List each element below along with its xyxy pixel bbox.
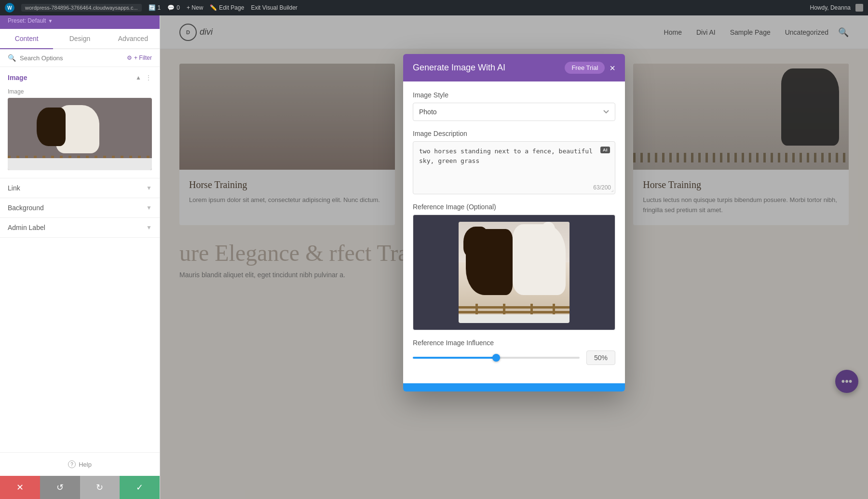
admin-bar: W wordpress-784896-3766464.cloudwaysapps… xyxy=(0,0,868,15)
influence-group: Reference Image Influence 50% xyxy=(413,339,615,365)
divi-sidebar: Image Settings ⊕ ⊞ ⋮ Preset: Default ▼ C… xyxy=(0,0,160,499)
close-builder-button[interactable]: ✕ xyxy=(0,476,40,499)
image-preview-inner xyxy=(8,98,152,170)
image-preview[interactable] xyxy=(8,98,152,170)
image-desc-label: Image Description xyxy=(413,130,615,137)
save-icon: ✓ xyxy=(136,482,143,493)
tab-design[interactable]: Design xyxy=(53,29,106,49)
preset-chevron-icon: ▼ xyxy=(48,18,53,24)
image-section-header[interactable]: Image ▲ ⋮ xyxy=(0,67,160,88)
admin-label-section: Admin Label ▼ xyxy=(0,218,160,238)
image-desc-textarea[interactable]: two horses standing next to a fence, bea… xyxy=(413,142,615,180)
admin-bar-right: Howdy, Deanna xyxy=(810,4,864,12)
resize-handle-icon: ⌟ xyxy=(611,186,614,193)
generate-image-modal: Generate Image With AI Free Trial × Imag… xyxy=(403,54,625,391)
edit-page-item[interactable]: ✏️ Edit Page xyxy=(210,4,244,11)
save-button[interactable]: ✓ xyxy=(120,476,160,499)
search-bar: 🔍 ⚙ + Filter xyxy=(0,49,160,67)
help-label: Help xyxy=(79,461,92,468)
image-style-select[interactable]: Photo Illustration Abstract 3D Render xyxy=(413,103,615,121)
generate-button[interactable]: Generate xyxy=(403,383,625,391)
modal-overlay: Generate Image With AI Free Trial × Imag… xyxy=(160,15,868,499)
background-section-title: Background xyxy=(8,204,44,212)
ai-badge: AI xyxy=(600,147,610,153)
site-area: D divi Home Divi AI Sample Page Uncatego… xyxy=(160,15,868,499)
howdy-label: Howdy, Deanna xyxy=(810,4,851,11)
sidebar-content: Image ▲ ⋮ Image xyxy=(0,67,160,452)
reference-image-box[interactable] xyxy=(413,215,615,330)
redo-button[interactable]: ↻ xyxy=(80,476,120,499)
image-section: Image ▲ ⋮ Image xyxy=(0,67,160,178)
image-section-chevron-icon: ▲ xyxy=(136,74,141,81)
comments-item[interactable]: 💬 0 xyxy=(167,4,180,11)
slider-track[interactable] xyxy=(413,357,580,359)
slider-value: 50% xyxy=(586,351,615,365)
undo-icon: ↺ xyxy=(56,482,64,493)
influence-label: Reference Image Influence xyxy=(413,339,615,347)
refresh-item[interactable]: 🔄 1 xyxy=(149,4,161,11)
filter-button[interactable]: ⚙ + Filter xyxy=(127,54,152,61)
image-style-group: Image Style Photo Illustration Abstract … xyxy=(413,91,615,121)
tab-content[interactable]: Content xyxy=(0,29,53,49)
wp-logo[interactable]: W xyxy=(5,3,14,13)
image-style-label: Image Style xyxy=(413,91,615,99)
background-chevron-icon: ▼ xyxy=(146,204,152,211)
char-count: 63/200 xyxy=(413,182,615,194)
link-section-title: Link xyxy=(8,184,20,192)
image-desc-group: Image Description two horses standing ne… xyxy=(413,130,615,194)
link-chevron-icon: ▼ xyxy=(146,185,152,191)
admin-label-section-header[interactable]: Admin Label ▼ xyxy=(0,218,160,237)
modal-close-button[interactable]: × xyxy=(610,63,615,73)
new-item[interactable]: + New xyxy=(187,4,203,11)
close-builder-icon: ✕ xyxy=(16,482,24,493)
modal-body: Image Style Photo Illustration Abstract … xyxy=(403,81,625,383)
admin-label-chevron-icon: ▼ xyxy=(146,224,152,231)
site-url: wordpress-784896-3766464.cloudwaysapps.c… xyxy=(21,4,142,12)
sidebar-tabs: Content Design Advanced xyxy=(0,29,160,49)
slider-container: 50% xyxy=(413,351,615,365)
image-section-menu-icon[interactable]: ⋮ xyxy=(145,74,152,81)
background-section-header[interactable]: Background ▼ xyxy=(0,198,160,217)
tab-advanced[interactable]: Advanced xyxy=(107,29,160,49)
builder-actions: ✕ ↺ ↻ ✓ xyxy=(0,476,160,499)
search-input[interactable] xyxy=(20,54,123,62)
filter-icon: ⚙ xyxy=(127,54,132,61)
preset-label[interactable]: Preset: Default ▼ xyxy=(8,17,152,24)
image-desc-wrapper: two horses standing next to a fence, bea… xyxy=(413,141,615,194)
help-icon: ? xyxy=(68,460,76,468)
reference-image-group: Reference Image (Optional) xyxy=(413,203,615,330)
slider-thumb[interactable] xyxy=(492,354,500,362)
site-url-item[interactable]: wordpress-784896-3766464.cloudwaysapps.c… xyxy=(21,4,142,12)
link-section: Link ▼ xyxy=(0,178,160,198)
modal-header: Generate Image With AI Free Trial × xyxy=(403,54,625,81)
redo-icon: ↻ xyxy=(96,482,103,493)
undo-button[interactable]: ↺ xyxy=(40,476,80,499)
image-field-label: Image xyxy=(0,88,160,98)
user-avatar xyxy=(855,4,863,12)
slider-fill xyxy=(413,357,496,359)
modal-title: Generate Image With AI xyxy=(413,63,505,73)
exit-builder-item[interactable]: Exit Visual Builder xyxy=(251,4,298,11)
image-section-title: Image xyxy=(8,74,27,81)
admin-label-section-title: Admin Label xyxy=(8,224,45,231)
link-section-header[interactable]: Link ▼ xyxy=(0,178,160,198)
help-link[interactable]: ? Help xyxy=(8,460,152,468)
modal-header-right: Free Trial × xyxy=(565,62,615,74)
search-icon: 🔍 xyxy=(8,54,16,62)
image-preview-area xyxy=(0,98,160,178)
free-trial-badge[interactable]: Free Trial xyxy=(565,62,605,74)
sidebar-footer: ? Help xyxy=(0,452,160,476)
reference-image-label: Reference Image (Optional) xyxy=(413,203,615,211)
background-section: Background ▼ xyxy=(0,198,160,218)
